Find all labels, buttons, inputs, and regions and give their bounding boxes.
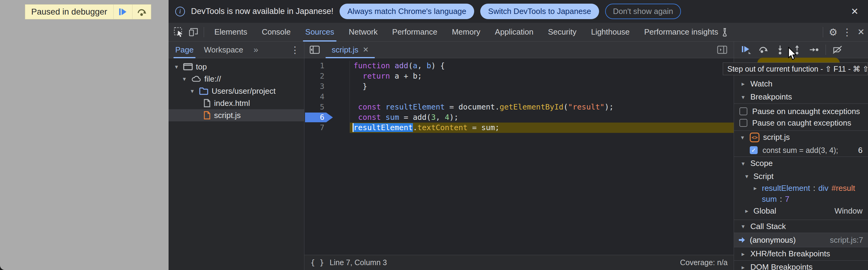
line-number[interactable]: 5 [304,102,324,112]
open-file-tab-script-js[interactable]: script.js ✕ [326,41,375,58]
resume-icon [118,7,127,17]
step-into-button[interactable] [772,43,788,57]
dont-show-again-button[interactable]: Don't show again [605,4,681,19]
tree-item-project-folder[interactable]: ▾ Users/user/project [168,85,304,97]
gutter[interactable]: 7 [304,123,350,133]
caret-down-icon: ▾ [740,223,747,230]
line-number[interactable]: 4 [304,92,324,102]
tab-performance-insights[interactable]: Performance insights [637,23,737,41]
tab-memory[interactable]: Memory [444,23,488,41]
code-editor[interactable]: 1function add(a, b) {2 return a + b;3 }4… [304,58,734,255]
settings-gear-icon[interactable]: ⚙ [826,25,840,39]
global-value-label: Window [835,206,863,216]
section-watch[interactable]: ▸ Watch [734,77,868,90]
line-number[interactable]: 1 [304,61,324,71]
caret-down-icon: ▾ [189,87,196,95]
inspect-element-icon[interactable] [172,25,186,39]
call-stack-frame-row[interactable]: (anonymous) script.js:7 [734,233,868,247]
tab-elements[interactable]: Elements [207,23,254,41]
pause-on-caught-exceptions-row[interactable]: Pause on caught exceptions [734,117,868,129]
line-number[interactable]: 2 [304,71,324,81]
section-call-stack[interactable]: ▾ Call Stack [734,220,868,233]
section-scope[interactable]: ▾ Scope [734,156,868,170]
hide-navigator-icon[interactable] [307,43,322,57]
frame-location: script.js:7 [830,235,863,245]
tab-security[interactable]: Security [541,23,584,41]
divider [204,27,204,37]
tab-lighthouse[interactable]: Lighthouse [584,23,637,41]
tab-sources[interactable]: Sources [298,23,341,41]
section-breakpoints[interactable]: ▾ Breakpoints [734,90,868,104]
show-debugger-sidebar-icon[interactable] [715,43,730,57]
gutter[interactable]: 2 [304,71,350,81]
code-token: = document. [445,102,500,111]
line-number[interactable]: 3 [304,81,324,92]
resume-script-button[interactable] [738,43,754,57]
gutter[interactable]: 4 [304,92,350,102]
pretty-print-icon[interactable]: { } [310,258,324,267]
navigator-menu-kebab-icon[interactable]: ⋮ [289,44,301,55]
step-over-button-banner[interactable] [132,5,151,19]
gutter[interactable]: 5 [304,102,350,112]
tab-network[interactable]: Network [341,23,385,41]
code-line[interactable]: 3 } [304,81,734,92]
checkbox-checked[interactable]: ✓ [750,146,757,154]
folder-icon [199,87,209,95]
tab-page[interactable]: Page [175,41,194,58]
scope-var-sum[interactable]: sum: 7 [734,193,868,205]
sources-panel: Page Workspace » ⋮ ▾ top ▾ file:// [168,41,868,270]
tab-performance[interactable]: Performance [385,23,445,41]
more-tabs-chevron-icon[interactable]: » [253,45,258,55]
breakpoint-line-number: 6 [858,146,863,155]
code-token [353,113,358,122]
tree-item-index-html[interactable]: index.html [168,97,304,109]
tab-workspace[interactable]: Workspace [204,41,244,58]
tree-item-top[interactable]: ▾ top [168,61,304,73]
checkbox-unchecked[interactable] [740,108,747,115]
gutter[interactable]: 1 [304,61,350,71]
switch-to-japanese-button[interactable]: Switch DevTools to Japanese [480,4,599,19]
code-text: function add(a, b) { [350,61,734,71]
scope-var-result-element[interactable]: ▸ resultElement: div#result [734,183,868,193]
step-button[interactable] [806,43,823,57]
code-token: a + b; [390,71,422,80]
divider [826,44,826,55]
breakpoint-file-group[interactable]: ▾ <> script.js [734,130,868,144]
navigator-header: Page Workspace » ⋮ [168,41,304,58]
scope-global-group[interactable]: ▸ Global Window [734,205,868,217]
step-over-button[interactable] [754,43,772,57]
code-line[interactable]: 5 const resultElement = document.getElem… [304,102,734,112]
code-line[interactable]: 6 const sum = add(3, 4); [304,112,734,123]
line-number[interactable]: 6 [304,112,324,123]
scope-script-group[interactable]: ▾ Script [734,170,868,183]
tab-application[interactable]: Application [488,23,540,41]
tree-item-script-js[interactable]: script.js [168,109,304,121]
paused-banner-label: Paused in debugger [25,5,114,19]
gutter[interactable]: 6 [304,112,350,123]
checkbox-unchecked[interactable] [740,119,747,127]
line-number[interactable]: 7 [304,123,324,133]
code-line[interactable]: 1function add(a, b) { [304,61,734,71]
code-line[interactable]: 7resultElement.textContent = sum; [304,123,734,133]
resume-script-button[interactable] [114,5,132,19]
pause-on-uncaught-exceptions-row[interactable]: Pause on uncaught exceptions [734,106,868,117]
screen: Paused in debugger i DevTools is now ava… [0,0,868,270]
devtools-menu-kebab-icon[interactable]: ⋮ [840,25,854,39]
tab-console[interactable]: Console [254,23,298,41]
caret-right-icon: ▸ [743,207,750,214]
code-line[interactable]: 4 [304,92,734,102]
editor-tab-strip: script.js ✕ [304,41,734,58]
device-toolbar-icon[interactable] [186,25,201,39]
tree-item-file-protocol[interactable]: ▾ file:// [168,73,304,85]
code-line[interactable]: 2 return a + b; [304,71,734,81]
section-xhr-breakpoints[interactable]: ▸ XHR/fetch Breakpoints [734,247,868,260]
notification-close-icon[interactable]: ✕ [848,6,861,17]
section-dom-breakpoints[interactable]: ▸ DOM Breakpoints [734,260,868,270]
close-tab-icon[interactable]: ✕ [363,46,369,54]
deactivate-breakpoints-icon[interactable] [829,43,846,57]
always-match-language-button[interactable]: Always match Chrome's language [340,4,474,19]
breakpoint-entry[interactable]: ✓ const sum = add(3, 4); 6 [734,144,868,156]
devtools-close-icon[interactable]: ✕ [854,25,868,39]
debugger-sidebar: ▸ Watch ▾ Breakpoints Pause on uncaught … [734,41,868,270]
gutter[interactable]: 3 [304,81,350,92]
